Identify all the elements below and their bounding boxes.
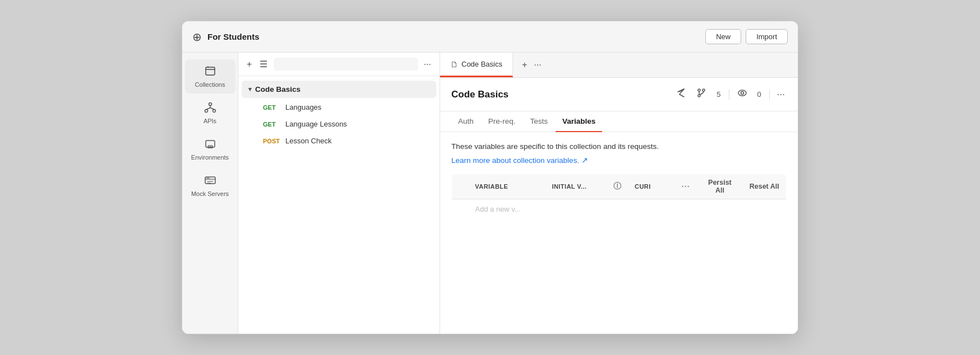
share-button[interactable] — [674, 86, 688, 103]
mock-servers-icon — [204, 174, 216, 188]
collection-more-button[interactable]: ··· — [422, 58, 433, 71]
tab-code-basics[interactable]: 🗋 Code Basics — [440, 53, 513, 77]
request-name-languages: Languages — [285, 103, 321, 111]
variables-learn-more-link[interactable]: Learn more about collection variables. ↗ — [451, 156, 588, 165]
row-info-cell — [607, 199, 628, 219]
content-title: Code Basics — [451, 89, 674, 100]
tab-label: Code Basics — [461, 60, 502, 68]
svg-point-11 — [698, 95, 700, 97]
col-header-info: ⓘ — [607, 174, 628, 199]
header-more-button[interactable]: ··· — [775, 87, 787, 102]
sub-tab-variables[interactable]: Variables — [556, 111, 602, 132]
main-layout: Collections APIs — [182, 53, 798, 334]
sub-tab-auth[interactable]: Auth — [451, 111, 480, 132]
more-dots-icon: ··· — [682, 182, 690, 191]
table-row-new-variable: Add a new v... — [452, 199, 787, 219]
tab-actions: + ··· — [514, 59, 549, 71]
collection-group-code-basics[interactable]: ▾ Code Basics — [242, 81, 436, 98]
col-header-persist[interactable]: Persist All — [697, 174, 743, 199]
svg-point-2 — [205, 110, 207, 113]
row-reset-cell — [743, 199, 787, 219]
svg-point-13 — [741, 92, 743, 95]
tab-file-icon: 🗋 — [450, 60, 458, 69]
col-header-reset[interactable]: Reset All — [743, 174, 787, 199]
watch-button[interactable] — [735, 86, 750, 103]
row-variable-placeholder[interactable]: Add a new v... — [468, 199, 545, 219]
persist-all-button[interactable]: Persist All — [704, 179, 736, 194]
sidebar-item-collections[interactable]: Collections — [185, 59, 235, 94]
new-button[interactable]: New — [705, 29, 741, 44]
variables-table: VARIABLE INITIAL V... ⓘ CURI ··· Persist… — [451, 174, 787, 219]
method-badge-get: GET — [263, 104, 281, 111]
request-item-language-lessons[interactable]: GET Language Lessons — [242, 116, 436, 132]
row-current-cell — [628, 199, 675, 219]
request-item-lesson-check[interactable]: POST Lesson Check — [242, 133, 436, 149]
info-icon: ⓘ — [613, 181, 621, 190]
workspace-name: For Students — [207, 32, 260, 41]
row-persist-cell — [697, 199, 743, 219]
sidebar-item-apis[interactable]: APIs — [185, 96, 235, 130]
method-badge-get-2: GET — [263, 121, 281, 128]
row-more-cell — [675, 199, 697, 219]
header-divider — [729, 90, 729, 100]
top-bar-left: ⊕ For Students — [192, 30, 705, 44]
top-bar: ⊕ For Students New Import — [182, 21, 798, 53]
sidebar-item-environments[interactable]: Environments — [185, 132, 235, 166]
app-window: ⊕ For Students New Import Collections — [182, 21, 798, 334]
collection-search-input[interactable] — [274, 58, 417, 71]
svg-point-3 — [212, 110, 215, 113]
collection-panel: + ☰ ··· ▾ Code Basics GET Languages GET … — [238, 53, 440, 334]
apis-label: APIs — [204, 118, 216, 124]
add-collection-button[interactable]: + — [245, 58, 253, 71]
collections-icon — [204, 65, 216, 79]
svg-point-8 — [208, 178, 209, 179]
fork-button[interactable] — [694, 86, 709, 103]
apis-icon — [204, 101, 216, 115]
request-item-languages[interactable]: GET Languages — [242, 99, 436, 115]
add-tab-button[interactable]: + — [521, 59, 528, 71]
col-header-more: ··· — [675, 174, 697, 199]
chevron-down-icon: ▾ — [248, 86, 252, 93]
header-actions: 5 0 ··· — [674, 86, 787, 103]
environments-icon — [204, 138, 216, 152]
svg-rect-5 — [208, 146, 212, 147]
filter-button[interactable]: ☰ — [258, 57, 269, 71]
header-divider-2 — [769, 90, 770, 100]
sidebar-nav: Collections APIs — [182, 53, 238, 334]
mock-servers-label: Mock Servers — [191, 190, 229, 197]
environments-label: Environments — [191, 154, 229, 161]
reset-all-button[interactable]: Reset All — [750, 183, 779, 190]
svg-point-10 — [702, 89, 705, 91]
svg-point-7 — [206, 178, 207, 179]
collection-group-name: Code Basics — [255, 85, 301, 94]
col-header-initial: INITIAL V... — [545, 174, 606, 199]
top-bar-actions: New Import — [705, 29, 788, 44]
collection-toolbar: + ☰ ··· — [238, 53, 440, 76]
fork-count: 5 — [714, 90, 723, 99]
sub-tab-tests[interactable]: Tests — [524, 111, 555, 132]
col-header-current: CURI — [628, 174, 675, 199]
content-area: 🗋 Code Basics + ··· Code Basics — [440, 53, 798, 334]
content-header: Code Basics — [440, 78, 798, 111]
request-name-lesson-check: Lesson Check — [285, 137, 331, 145]
svg-point-12 — [738, 90, 746, 96]
sidebar-item-mock-servers[interactable]: Mock Servers — [185, 169, 235, 203]
tab-more-button[interactable]: ··· — [533, 59, 542, 71]
sub-tab-pre-req[interactable]: Pre-req. — [482, 111, 523, 132]
request-name-language-lessons: Language Lessons — [285, 120, 347, 128]
variables-content: These variables are specific to this col… — [440, 132, 798, 334]
import-button[interactable]: Import — [746, 29, 788, 44]
watch-count: 0 — [755, 90, 764, 99]
tab-bar: 🗋 Code Basics + ··· — [440, 53, 798, 78]
variables-description: These variables are specific to this col… — [451, 142, 787, 151]
collections-label: Collections — [195, 81, 225, 88]
workspace-icon: ⊕ — [192, 30, 202, 44]
svg-rect-0 — [206, 67, 215, 75]
svg-rect-4 — [206, 141, 215, 147]
sub-tabs: Auth Pre-req. Tests Variables — [440, 111, 798, 132]
collection-tree: ▾ Code Basics GET Languages GET Language… — [238, 76, 440, 334]
row-checkbox-cell — [452, 199, 469, 219]
method-badge-post: POST — [263, 138, 281, 144]
row-initial-cell — [545, 199, 606, 219]
col-header-checkbox — [452, 174, 469, 199]
